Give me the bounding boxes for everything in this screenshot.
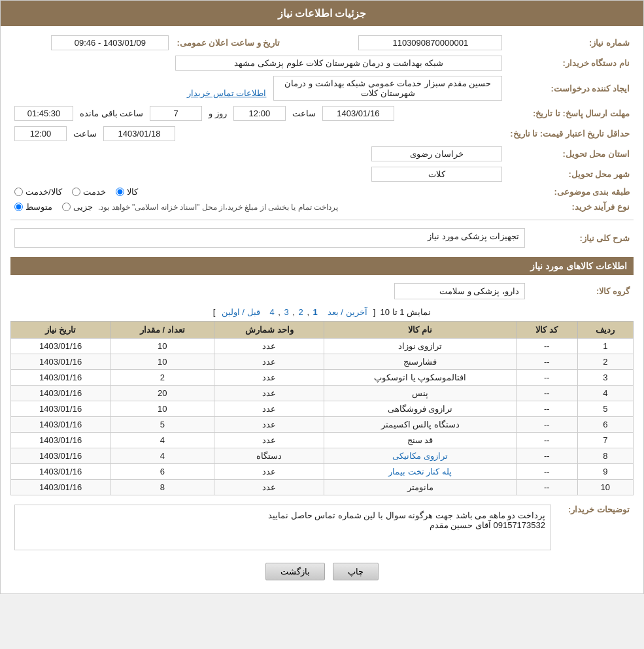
cell-qty: 8	[110, 480, 214, 495]
cell-unit: عدد	[214, 464, 324, 480]
cell-name: قد سنج	[324, 433, 516, 448]
cell-qty: 5	[110, 417, 214, 433]
price-time-value: 12:00	[14, 126, 67, 141]
days-label: روز و	[209, 108, 227, 118]
cell-unit: عدد	[214, 401, 324, 417]
time-label: ساعت	[292, 108, 316, 118]
cell-code: --	[516, 386, 577, 401]
response-date-value: 1403/01/16	[322, 106, 394, 121]
cell-row: 6	[577, 417, 633, 433]
comments-label: توضیحات خریدار:	[555, 502, 634, 553]
cell-unit: عدد	[214, 417, 324, 433]
buyer-org-value: شبکه بهداشت و درمان شهرستان کلات علوم پز…	[175, 56, 502, 71]
back-button[interactable]: بازگشت	[265, 563, 325, 580]
category-kala[interactable]: کالا	[116, 187, 138, 197]
col-date: تاریخ نیاز	[11, 322, 110, 339]
print-button[interactable]: چاپ	[333, 563, 379, 580]
category-kala-khidmat-label: کالا/خدمت	[25, 187, 62, 197]
cell-row: 9	[577, 464, 633, 480]
cell-date: 1403/01/16	[11, 354, 110, 370]
process-label: نوع فرآیند خرید:	[506, 199, 634, 214]
cell-code: --	[516, 464, 577, 480]
col-unit: واحد شمارش	[214, 322, 324, 339]
cell-code: --	[516, 480, 577, 495]
cell-name: ترازوی مکانیکی	[324, 448, 516, 464]
requester-value: حسین مقدم سبزار خدمات عمومی شبکه بهداشت …	[273, 76, 502, 101]
city-value: کلات	[371, 167, 502, 182]
goods-table: ردیف کد کالا نام کالا واحد شمارش تعداد /…	[10, 321, 634, 495]
goods-group-value: دارو، پزشکی و سلامت	[394, 283, 525, 299]
cell-row: 3	[577, 370, 633, 386]
needs-desc-label: شرح کلی نیاز:	[529, 225, 634, 250]
cell-qty: 6	[110, 464, 214, 480]
cell-code: --	[516, 417, 577, 433]
response-days-value: 7	[150, 106, 202, 121]
goods-group-label: گروه کالا:	[529, 280, 634, 302]
remaining-label: ساعت باقی مانده	[80, 108, 143, 118]
response-remaining-value: 01:45:30	[14, 106, 73, 121]
process-motavasset[interactable]: متوسط	[14, 202, 52, 212]
table-row: 2 -- فشارسنج عدد 10 1403/01/16	[11, 354, 634, 370]
category-khidmat[interactable]: خدمت	[72, 187, 106, 197]
col-row: ردیف	[577, 322, 633, 339]
cell-name: ترازوی نوزاد	[324, 339, 516, 354]
cell-code: --	[516, 339, 577, 354]
cell-qty: 4	[110, 433, 214, 448]
process-jozi[interactable]: جزیی	[62, 202, 93, 212]
cell-name: پنس	[324, 386, 516, 401]
cell-row: 1	[577, 339, 633, 354]
process-motavasset-label: متوسط	[25, 202, 52, 212]
cell-unit: دستگاه	[214, 448, 324, 464]
province-value: خراسان رضوی	[371, 146, 502, 161]
process-jozi-label: جزیی	[73, 202, 93, 212]
cell-code: --	[516, 448, 577, 464]
category-kala-label: کالا	[127, 187, 138, 197]
cell-date: 1403/01/16	[11, 480, 110, 495]
cell-qty: 10	[110, 354, 214, 370]
cell-qty: 2	[110, 370, 214, 386]
table-row: 3 -- افتالموسکوپ یا اتوسکوپ عدد 2 1403/0…	[11, 370, 634, 386]
table-row: 1 -- ترازوی نوزاد عدد 10 1403/01/16	[11, 339, 634, 354]
category-label: طبقه بندی موضوعی:	[506, 184, 634, 199]
pagination-3[interactable]: 3	[284, 307, 288, 317]
cell-unit: عدد	[214, 386, 324, 401]
cell-unit: عدد	[214, 370, 324, 386]
cell-code: --	[516, 401, 577, 417]
process-description: پرداخت تمام یا بخشی از مبلغ خرید،از محل …	[98, 203, 338, 212]
pagination-last[interactable]: آخرین / بعد	[328, 307, 367, 317]
cell-qty: 10	[110, 339, 214, 354]
price-date-value: 1403/01/18	[103, 126, 175, 141]
pagination-first[interactable]: قبل / اولین	[222, 307, 260, 317]
table-row: 6 -- دستگاه پالس اکسیمتر عدد 5 1403/01/1…	[11, 417, 634, 433]
cell-unit: عدد	[214, 354, 324, 370]
category-khidmat-label: خدمت	[83, 187, 106, 197]
table-row: 9 -- پله کنار تخت بیمار عدد 6 1403/01/16	[11, 464, 634, 480]
page-title: جزئیات اطلاعات نیاز	[278, 8, 367, 19]
cell-row: 2	[577, 354, 633, 370]
cell-name: فشارسنج	[324, 354, 516, 370]
pagination-4[interactable]: 4	[269, 307, 274, 317]
col-qty: تعداد / مقدار	[110, 322, 214, 339]
announce-date-value: 1403/01/09 - 09:46	[51, 35, 169, 50]
cell-code: --	[516, 370, 577, 386]
category-kala-khidmat[interactable]: کالا/خدمت	[14, 187, 62, 197]
table-row: 7 -- قد سنج عدد 4 1403/01/16	[11, 433, 634, 448]
cell-row: 7	[577, 433, 633, 448]
cell-qty: 4	[110, 448, 214, 464]
response-deadline-label: مهلت ارسال پاسخ: تا تاریخ:	[506, 103, 634, 124]
pagination-2[interactable]: 2	[299, 307, 303, 317]
cell-name: مانومتر	[324, 480, 516, 495]
cell-row: 8	[577, 448, 633, 464]
requester-contact-link[interactable]: اطلاعات تماس خریدار	[187, 88, 266, 98]
cell-qty: 20	[110, 386, 214, 401]
cell-unit: عدد	[214, 339, 324, 354]
province-label: استان محل تحویل:	[506, 144, 634, 164]
needs-desc-value: تجهیزات پزشکی مورد نیاز	[14, 228, 525, 248]
pagination-1[interactable]: 1	[313, 307, 318, 317]
cell-date: 1403/01/16	[11, 464, 110, 480]
cell-name: پله کنار تخت بیمار	[324, 464, 516, 480]
cell-name: دستگاه پالس اکسیمتر	[324, 417, 516, 433]
cell-qty: 10	[110, 401, 214, 417]
cell-date: 1403/01/16	[11, 339, 110, 354]
comments-value: پرداخت دو ماهه می باشد جهت هرگونه سوال ب…	[14, 505, 551, 550]
